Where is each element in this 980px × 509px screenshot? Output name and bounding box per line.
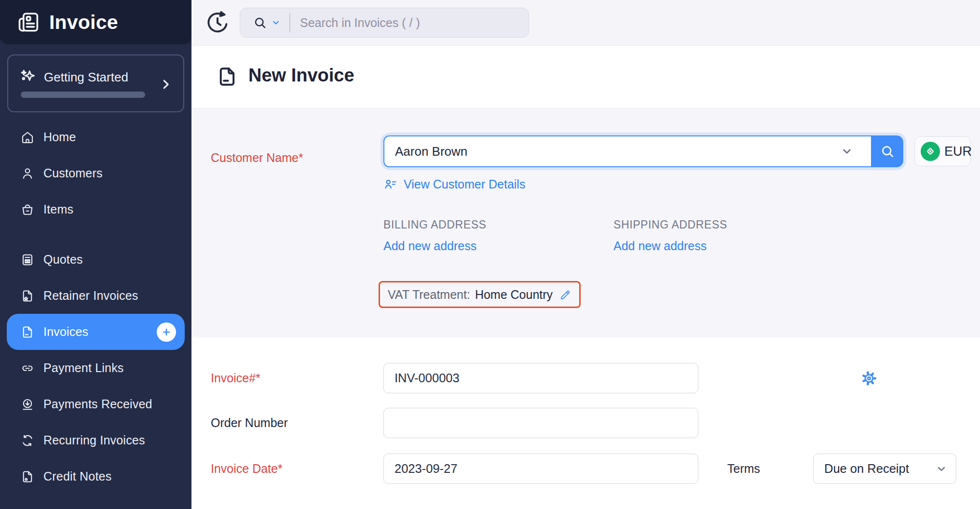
sidebar-item-label: Payment Links bbox=[43, 361, 124, 375]
link-icon bbox=[20, 361, 35, 375]
customer-dropdown-chevron-icon[interactable] bbox=[841, 145, 853, 158]
customer-section: Customer Name* EUR View Customer Details… bbox=[191, 108, 980, 337]
sidebar-item-label: Invoices bbox=[43, 325, 88, 339]
search-icon bbox=[253, 15, 267, 30]
getting-started-progressbar bbox=[21, 92, 145, 98]
sidebar-item-payments-received[interactable]: Payments Received bbox=[7, 386, 185, 422]
vat-treatment-label: VAT Treatment: bbox=[388, 288, 470, 302]
home-icon bbox=[20, 130, 35, 145]
sidebar-item-label: Home bbox=[43, 130, 76, 144]
currency-button[interactable]: EUR bbox=[914, 136, 971, 166]
invoice-details-section: Invoice#* Order Number Invoice Date* Ter… bbox=[191, 337, 980, 509]
sidebar-item-invoices[interactable]: Invoices bbox=[7, 314, 185, 350]
getting-started-card[interactable]: Getting Started bbox=[7, 54, 184, 112]
doc-dot-icon bbox=[20, 469, 35, 484]
history-icon[interactable] bbox=[204, 9, 231, 36]
person-list-icon bbox=[383, 177, 398, 191]
currency-coin-icon bbox=[921, 142, 940, 161]
search-input[interactable] bbox=[300, 16, 519, 30]
invoice-date-input[interactable] bbox=[383, 454, 698, 484]
sidebar-item-customers[interactable]: Customers bbox=[7, 155, 185, 191]
shipping-address-heading: SHIPPING ADDRESS bbox=[613, 218, 727, 231]
doc-star-icon bbox=[20, 289, 35, 303]
global-search bbox=[240, 8, 529, 38]
order-number-input[interactable] bbox=[383, 408, 698, 438]
gear-icon[interactable] bbox=[859, 369, 879, 388]
customer-name-label: Customer Name* bbox=[211, 151, 303, 165]
add-invoice-icon[interactable] bbox=[157, 322, 176, 342]
sidebar-item-home[interactable]: Home bbox=[7, 119, 185, 155]
view-customer-details-link[interactable]: View Customer Details bbox=[383, 177, 525, 191]
sidebar-item-recurring-invoices[interactable]: Recurring Invoices bbox=[7, 422, 185, 458]
vat-treatment-value: Home Country bbox=[475, 288, 553, 302]
currency-code: EUR bbox=[944, 144, 972, 159]
customer-search-button[interactable] bbox=[871, 135, 903, 167]
sidebar-item-label: Payments Received bbox=[43, 397, 152, 411]
sidebar-item-label: Customers bbox=[43, 166, 103, 180]
invoice-number-input[interactable] bbox=[383, 363, 698, 393]
app-logo[interactable]: Invoice bbox=[0, 0, 191, 44]
billing-address-heading: BILLING ADDRESS bbox=[383, 218, 487, 231]
terms-value: Due on Receipt bbox=[824, 462, 936, 476]
sidebar-item-label: Retainer Invoices bbox=[43, 289, 138, 303]
terms-label: Terms bbox=[727, 462, 760, 476]
refresh-icon bbox=[20, 433, 35, 448]
terms-select[interactable]: Due on Receipt bbox=[813, 454, 956, 484]
doc-minus-icon bbox=[20, 325, 35, 339]
calculator-icon bbox=[20, 253, 35, 267]
chevron-right-icon bbox=[158, 77, 174, 92]
page-header: New Invoice bbox=[191, 46, 980, 108]
order-number-label: Order Number bbox=[211, 416, 288, 430]
terms-chevron-down-icon bbox=[936, 463, 947, 475]
invoice-logo-icon bbox=[16, 10, 41, 35]
invoice-number-label: Invoice#* bbox=[211, 371, 260, 385]
sidebar-item-label: Recurring Invoices bbox=[43, 433, 145, 447]
customer-select-group bbox=[383, 135, 903, 167]
sidebar-item-quotes[interactable]: Quotes bbox=[7, 241, 185, 278]
page-title: New Invoice bbox=[248, 65, 354, 86]
getting-started-label: Getting Started bbox=[44, 70, 128, 85]
basket-icon bbox=[20, 202, 35, 217]
invoice-date-label: Invoice Date* bbox=[211, 462, 283, 476]
topbar bbox=[191, 0, 980, 46]
search-scope-chevron-icon[interactable] bbox=[271, 18, 281, 27]
shipping-add-address-link[interactable]: Add new address bbox=[613, 239, 707, 253]
sidebar-item-items[interactable]: Items bbox=[7, 191, 185, 228]
sidebar-nav: HomeCustomersItemsQuotesRetainer Invoice… bbox=[0, 119, 191, 495]
sidebar-item-label: Credit Notes bbox=[43, 469, 111, 483]
sidebar-item-retainer-invoices[interactable]: Retainer Invoices bbox=[7, 278, 185, 314]
billing-add-address-link[interactable]: Add new address bbox=[383, 239, 476, 253]
customer-name-input[interactable] bbox=[383, 135, 871, 167]
sparkle-icon bbox=[19, 68, 38, 87]
vat-treatment-box: VAT Treatment: Home Country bbox=[379, 281, 581, 308]
sidebar-item-label: Items bbox=[43, 202, 73, 216]
view-customer-details-label: View Customer Details bbox=[404, 177, 525, 191]
sidebar: Invoice Getting Started HomeCustomersIte… bbox=[0, 0, 191, 509]
app-window: Invoice Getting Started HomeCustomersIte… bbox=[0, 0, 980, 509]
sidebar-item-credit-notes[interactable]: Credit Notes bbox=[7, 458, 185, 495]
sidebar-item-payment-links[interactable]: Payment Links bbox=[7, 350, 185, 386]
app-name: Invoice bbox=[49, 11, 118, 34]
pencil-icon[interactable] bbox=[558, 288, 572, 301]
arrow-down-circle-icon bbox=[20, 397, 35, 412]
search-divider bbox=[289, 13, 290, 32]
new-invoice-doc-icon bbox=[216, 65, 239, 88]
sidebar-item-label: Quotes bbox=[43, 253, 83, 267]
user-icon bbox=[20, 166, 35, 181]
